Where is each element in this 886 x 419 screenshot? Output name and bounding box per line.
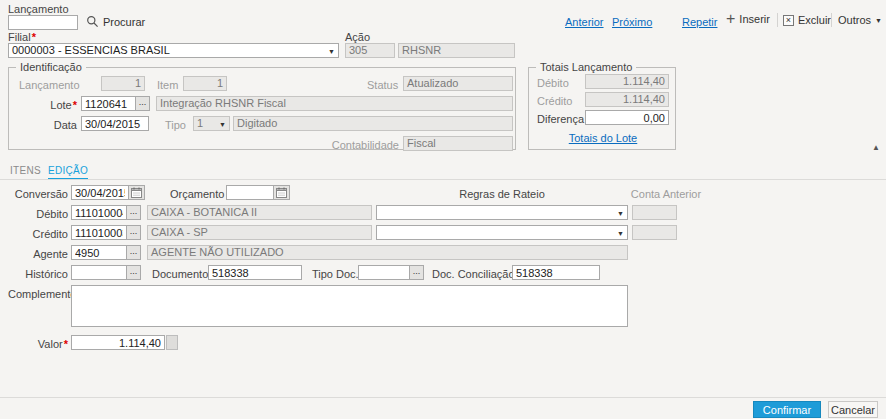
- tipo-value: 1: [197, 117, 203, 129]
- debito-rateio-select[interactable]: ▼: [376, 205, 628, 220]
- procurar-label: Procurar: [103, 16, 145, 28]
- regras-de-rateio-label: Regras de Rateio: [376, 188, 628, 200]
- historico-lookup-button[interactable]: ...: [127, 265, 141, 280]
- acao-label: Ação: [345, 31, 370, 43]
- toolbar-separator: [831, 13, 832, 27]
- doc-conciliacao-input[interactable]: [512, 265, 600, 280]
- tab-itens[interactable]: ITENS: [10, 165, 41, 176]
- tab-edicao[interactable]: EDIÇÃO: [48, 165, 88, 180]
- totais-credito-label: Crédito: [537, 95, 572, 107]
- totais-groupbox: Totais Lançamento Débito 1.114,40 Crédit…: [528, 67, 676, 150]
- tab-divider: [0, 179, 886, 180]
- totais-credito-field: 1.114,40: [585, 92, 669, 107]
- totais-title: Totais Lançamento: [536, 61, 636, 73]
- confirmar-button[interactable]: Confirmar: [753, 401, 821, 418]
- conversao-calendar-button[interactable]: [129, 185, 145, 200]
- acao-name-field: RHSNR: [398, 43, 515, 58]
- agente-lookup-button[interactable]: ...: [127, 245, 141, 260]
- filial-label-text: Filial: [8, 31, 31, 43]
- credito-code-input[interactable]: [71, 225, 127, 240]
- required-asterisk: *: [64, 338, 68, 350]
- valor-label: Valor*: [6, 338, 68, 350]
- excluir-button[interactable]: × Excluir: [783, 14, 831, 26]
- orcamento-label: Orçamento: [170, 188, 224, 200]
- credito-rateio-select[interactable]: ▼: [376, 225, 628, 240]
- inserir-label: Inserir: [739, 13, 770, 25]
- collapse-panel-icon[interactable]: ▲: [872, 143, 880, 152]
- conversao-input[interactable]: [71, 185, 129, 200]
- acao-code-field: 305: [345, 43, 395, 58]
- anterior-link[interactable]: Anterior: [565, 16, 604, 28]
- lote-label-text: Lote: [50, 99, 71, 111]
- search-icon: [86, 15, 99, 28]
- credito-lookup-button[interactable]: ...: [127, 225, 141, 240]
- item-field: 1: [183, 76, 227, 91]
- filial-select[interactable]: 0000003 - ESSENCIAS BRASIL ▼: [8, 43, 339, 58]
- proximo-link[interactable]: Próximo: [612, 16, 652, 28]
- chevron-down-icon: ▼: [875, 17, 882, 24]
- debito-lookup-button[interactable]: ...: [127, 205, 141, 220]
- chevron-down-icon: ▼: [328, 48, 335, 55]
- tipo-select: 1 ▼: [193, 116, 230, 131]
- lote-input[interactable]: [81, 96, 136, 111]
- item-label: Item: [157, 79, 178, 91]
- documento-input[interactable]: [208, 265, 302, 280]
- documento-label: Documento: [152, 268, 208, 280]
- valor-label-text: Valor: [38, 338, 63, 350]
- search-lancamento-input[interactable]: [8, 15, 78, 30]
- tipo-doc-input[interactable]: [358, 265, 410, 280]
- historico-label: Histórico: [6, 268, 68, 280]
- debito-desc-field: CAIXA - BOTANICA II: [147, 205, 372, 220]
- inserir-button[interactable]: + Inserir: [726, 13, 770, 25]
- calendar-icon: [276, 187, 287, 198]
- procurar-button[interactable]: Procurar: [86, 15, 145, 28]
- chevron-down-icon: ▼: [617, 210, 624, 217]
- tipo-desc-field: Digitado: [233, 116, 513, 131]
- identificacao-groupbox: Identificação Lançamento 1 Item 1 Status…: [8, 67, 516, 150]
- totais-debito-field: 1.114,40: [585, 74, 669, 89]
- contabilidade-field: Fiscal: [403, 136, 513, 151]
- chevron-down-icon: ▼: [219, 121, 226, 128]
- debito-code-input[interactable]: [71, 205, 127, 220]
- status-field: Atualizado: [403, 76, 513, 91]
- lote-desc-field: Integração RHSNR Fiscal: [156, 96, 513, 111]
- tipo-doc-lookup-button[interactable]: ...: [410, 265, 424, 280]
- orcamento-calendar-button[interactable]: [274, 185, 290, 200]
- contabilidade-label: Contabilidade: [307, 139, 399, 151]
- valor-button[interactable]: [166, 335, 178, 350]
- credito-row-label: Crédito: [6, 228, 68, 240]
- toolbar-separator: [777, 13, 778, 27]
- repetir-link[interactable]: Repetir: [682, 16, 717, 28]
- search-lancamento-label: Lançamento: [8, 3, 69, 15]
- filial-value: 0000003 - ESSENCIAS BRASIL: [12, 44, 170, 56]
- credito-conta-anterior-field: [632, 225, 677, 240]
- tipo-doc-label: Tipo Doc.: [312, 268, 359, 280]
- data-label: Data: [39, 119, 77, 131]
- cancelar-button[interactable]: Cancelar: [828, 401, 878, 418]
- lote-label: Lote*: [39, 99, 77, 111]
- complemento-textarea[interactable]: [71, 285, 628, 327]
- complemento-label: Complemento: [8, 288, 76, 300]
- orcamento-input[interactable]: [226, 185, 274, 200]
- data-input[interactable]: [81, 116, 149, 131]
- delete-icon: ×: [783, 15, 794, 26]
- required-asterisk: *: [32, 31, 36, 43]
- filial-label: Filial*: [8, 31, 36, 43]
- valor-input[interactable]: [71, 335, 165, 350]
- totais-diferenca-input[interactable]: [585, 110, 669, 125]
- totais-do-lote-link[interactable]: Totais do Lote: [529, 132, 677, 144]
- historico-input[interactable]: [71, 265, 127, 280]
- lancamento-number-field: 1: [101, 76, 145, 91]
- debito-row-label: Débito: [6, 208, 68, 220]
- tipo-label: Tipo: [165, 119, 186, 131]
- lancamento-number-label: Lançamento: [19, 79, 80, 91]
- lancamento-contabil-window: Lançamento Procurar Anterior Próximo Rep…: [0, 0, 886, 419]
- agente-code-input[interactable]: [71, 245, 127, 260]
- calendar-icon: [131, 187, 142, 198]
- plus-icon: +: [726, 13, 735, 25]
- lote-lookup-button[interactable]: ...: [136, 96, 150, 111]
- required-asterisk: *: [73, 99, 77, 111]
- outros-button[interactable]: Outros ▼: [838, 14, 882, 26]
- totais-diferenca-label: Diferença: [537, 113, 584, 125]
- conversao-label: Conversão: [6, 188, 68, 200]
